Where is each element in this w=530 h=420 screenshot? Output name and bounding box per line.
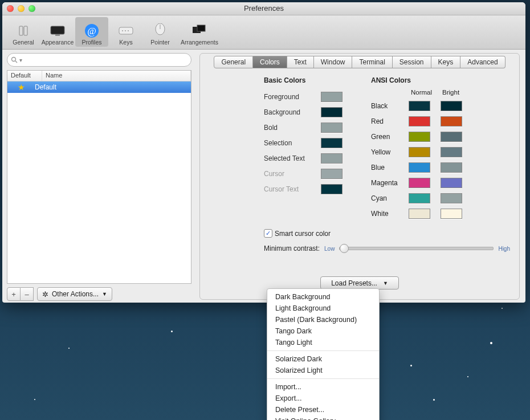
color-swatch[interactable]	[321, 153, 343, 164]
arrangements-icon	[191, 23, 207, 39]
svg-point-14	[12, 58, 16, 62]
ansi-normal-swatch[interactable]	[409, 147, 430, 157]
preset-menu-item[interactable]: Tango Dark	[267, 325, 379, 337]
slider-knob[interactable]	[340, 244, 349, 253]
profiles-icon: @	[84, 23, 100, 39]
preset-menu-item[interactable]: Solarized Dark	[267, 353, 379, 365]
ansi-normal-swatch[interactable]	[409, 116, 430, 127]
toolbar-keys[interactable]: Keys	[109, 17, 142, 47]
color-label: Foreground	[264, 93, 321, 101]
ansi-label: Yellow	[371, 148, 409, 156]
smart-cursor-checkbox[interactable]: ✓	[264, 229, 272, 238]
ansi-bright-swatch[interactable]	[441, 162, 462, 173]
profile-panel: General Colors Text Window Terminal Sess…	[199, 53, 520, 300]
load-presets-button[interactable]: Load Presets... ▼	[320, 276, 399, 289]
remove-profile-button[interactable]: –	[21, 287, 34, 301]
star-icon: ★	[7, 83, 35, 92]
ansi-normal-swatch[interactable]	[409, 101, 430, 111]
ansi-bright-swatch[interactable]	[441, 132, 462, 142]
preset-menu-item[interactable]: Light Background	[267, 303, 379, 314]
tab-session[interactable]: Session	[393, 56, 431, 68]
ansi-label: Cyan	[371, 194, 409, 202]
tab-terminal[interactable]: Terminal	[352, 56, 392, 68]
ansi-bright-swatch[interactable]	[441, 101, 462, 111]
preset-menu-item[interactable]: Export...	[267, 393, 379, 404]
ansi-head-normal: Normal	[411, 89, 432, 96]
ansi-label: Red	[371, 117, 409, 125]
preset-menu-item[interactable]: Delete Preset...	[267, 404, 379, 415]
profile-search[interactable]: ▾	[7, 53, 191, 67]
ansi-bright-swatch[interactable]	[441, 147, 462, 157]
svg-line-15	[15, 61, 17, 63]
basic-colors: Basic Colors ForegroundBackgroundBoldSel…	[264, 76, 343, 221]
close-button[interactable]	[7, 5, 14, 12]
toolbar: General Appearance @ Profiles Keys Point…	[2, 15, 525, 50]
ansi-label: Black	[371, 102, 409, 110]
ansi-normal-swatch[interactable]	[409, 132, 430, 142]
ansi-bright-swatch[interactable]	[441, 193, 462, 203]
tab-general[interactable]: General	[214, 56, 253, 68]
ansi-normal-swatch[interactable]	[409, 193, 430, 203]
profile-row[interactable]: ★ Default	[7, 81, 191, 93]
toolbar-arrangements[interactable]: Arrangements	[178, 17, 221, 47]
preset-menu-item[interactable]: Visit Online Gallery	[267, 415, 379, 420]
ansi-label: White	[371, 210, 409, 218]
toolbar-pointer[interactable]: Pointer	[144, 17, 177, 47]
preset-menu-item[interactable]: Tango Light	[267, 337, 379, 348]
tab-colors[interactable]: Colors	[253, 56, 287, 68]
ansi-normal-swatch[interactable]	[409, 162, 430, 173]
tab-text[interactable]: Text	[287, 56, 314, 68]
color-label: Bold	[264, 124, 321, 132]
ansi-head-bright: Bright	[442, 89, 459, 96]
svg-rect-1	[24, 26, 27, 35]
svg-rect-2	[51, 26, 64, 34]
tab-keys[interactable]: Keys	[431, 56, 461, 68]
minimize-button[interactable]	[18, 5, 25, 12]
zoom-button[interactable]	[28, 5, 35, 12]
color-label: Selection	[264, 139, 321, 147]
toolbar-appearance[interactable]: Appearance	[41, 17, 74, 47]
toolbar-general[interactable]: General	[7, 17, 40, 47]
search-icon	[11, 56, 18, 63]
preset-menu-item[interactable]: Solarized Light	[267, 365, 379, 376]
presets-menu: Dark BackgroundLight BackgroundPastel (D…	[267, 288, 380, 420]
ansi-bright-swatch[interactable]	[441, 178, 462, 188]
ansi-bright-swatch[interactable]	[441, 116, 462, 127]
ansi-normal-swatch[interactable]	[409, 178, 430, 188]
preset-menu-item[interactable]: Dark Background	[267, 291, 379, 303]
svg-rect-0	[19, 26, 23, 35]
contrast-slider[interactable]	[339, 247, 494, 250]
color-swatch[interactable]	[321, 169, 343, 179]
window-title: Preferences	[244, 4, 284, 13]
tab-advanced[interactable]: Advanced	[460, 56, 505, 68]
color-swatch[interactable]	[321, 92, 343, 102]
profile-search-input[interactable]	[22, 56, 187, 64]
col-default[interactable]: Default	[7, 71, 42, 81]
add-profile-button[interactable]: +	[7, 287, 21, 301]
col-name[interactable]: Name	[42, 71, 191, 81]
profile-name: Default	[35, 83, 56, 91]
color-swatch[interactable]	[321, 123, 343, 133]
color-label: Cursor Text	[264, 185, 321, 193]
color-swatch[interactable]	[321, 184, 343, 194]
svg-text:@: @	[87, 26, 96, 36]
ansi-normal-swatch[interactable]	[409, 209, 430, 219]
preferences-window: Preferences General Appearance @ Profile…	[2, 2, 525, 303]
color-label: Background	[264, 108, 321, 116]
preset-menu-item[interactable]: Pastel (Dark Background)	[267, 314, 379, 325]
titlebar: Preferences	[2, 2, 525, 15]
other-actions-button[interactable]: ✲ Other Actions... ▼	[37, 287, 112, 301]
tab-window[interactable]: Window	[314, 56, 353, 68]
svg-point-9	[128, 30, 129, 31]
contrast-label: Minimum contrast:	[264, 244, 320, 252]
ansi-label: Magenta	[371, 179, 409, 187]
basic-heading: Basic Colors	[264, 76, 343, 84]
ansi-bright-swatch[interactable]	[441, 209, 462, 219]
svg-point-8	[125, 30, 126, 31]
color-swatch[interactable]	[321, 107, 343, 117]
color-swatch[interactable]	[321, 138, 343, 148]
preset-menu-item[interactable]: Import...	[267, 381, 379, 393]
ansi-label: Blue	[371, 164, 409, 172]
toolbar-profiles[interactable]: @ Profiles	[75, 17, 108, 47]
ansi-label: Green	[371, 133, 409, 141]
